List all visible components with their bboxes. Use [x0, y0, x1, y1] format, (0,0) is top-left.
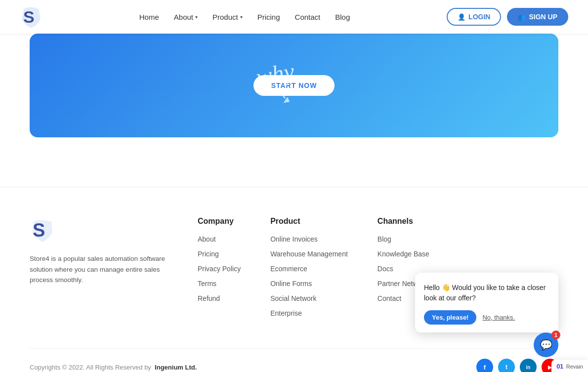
- login-icon: 👤: [458, 13, 465, 21]
- signup-button[interactable]: 👥 SIGN UP: [507, 8, 568, 26]
- chat-bubble-icon: 💬: [540, 339, 552, 351]
- hero-section: why START NOW: [30, 34, 558, 137]
- nav-product[interactable]: Product ▾: [212, 13, 243, 21]
- footer-terms-link[interactable]: Terms: [198, 280, 216, 288]
- footer-company-heading: Company: [198, 217, 241, 226]
- nav-contact[interactable]: Contact: [295, 13, 321, 21]
- footer-social: f t in ▶: [476, 359, 558, 372]
- footer-warehouse-link[interactable]: Warehouse Management: [270, 250, 348, 258]
- footer-channels-heading: Channels: [378, 217, 429, 226]
- nav-actions: 👤 LOGIN 👥 SIGN UP: [447, 8, 568, 26]
- footer-pricing-link[interactable]: Pricing: [198, 250, 219, 258]
- nav-home[interactable]: Home: [139, 13, 159, 21]
- chat-open-button[interactable]: 💬 1: [534, 332, 558, 357]
- product-caret: ▾: [240, 14, 243, 20]
- chat-actions: Yes, please! No, thanks.: [424, 310, 549, 325]
- footer-knowledge-link[interactable]: Knowledge Base: [378, 250, 429, 258]
- footer-refund-link[interactable]: Refund: [198, 294, 220, 302]
- footer-copyright: Copyrights © 2022. All Rights Reserved b…: [30, 364, 197, 371]
- chat-popup: Hello 👋 Would you like to take a closer …: [415, 273, 558, 332]
- footer-contact-link[interactable]: Contact: [378, 294, 401, 302]
- list-item: Social Network: [270, 294, 348, 303]
- navbar: S Home About ▾ Product ▾ Pricing Contact…: [0, 0, 588, 34]
- chat-message: Hello 👋 Would you like to take a closer …: [424, 283, 549, 303]
- footer-product-links: Online Invoices Warehouse Management Eco…: [270, 235, 348, 318]
- signup-icon: 👥: [518, 13, 526, 21]
- list-item: Online Forms: [270, 279, 348, 288]
- chat-yes-button[interactable]: Yes, please!: [424, 310, 476, 325]
- list-item: Terms: [198, 279, 241, 288]
- nav-pricing[interactable]: Pricing: [257, 13, 280, 21]
- chat-no-button[interactable]: No, thanks.: [482, 314, 515, 321]
- nav-blog[interactable]: Blog: [335, 13, 350, 21]
- footer-enterprise-link[interactable]: Enterprise: [270, 309, 302, 317]
- footer-social-link[interactable]: Social Network: [270, 294, 316, 302]
- list-item: Warehouse Management: [270, 249, 348, 258]
- footer-col-company: Company About Pricing Privacy Policy Ter…: [198, 217, 241, 324]
- signup-label: SIGN UP: [529, 13, 557, 21]
- list-item: Blog: [378, 235, 429, 244]
- facebook-icon[interactable]: f: [476, 359, 493, 372]
- footer-blog-link[interactable]: Blog: [378, 235, 391, 243]
- list-item: Refund: [198, 294, 241, 303]
- footer-ecommerce-link[interactable]: Ecommerce: [270, 265, 307, 273]
- spacer: [0, 137, 588, 187]
- footer-company-links: About Pricing Privacy Policy Terms Refun…: [198, 235, 241, 303]
- login-button[interactable]: 👤 LOGIN: [447, 8, 501, 26]
- list-item: Pricing: [198, 249, 241, 258]
- svg-text:S: S: [33, 220, 45, 241]
- linkedin-icon[interactable]: in: [520, 359, 537, 372]
- logo-icon: S: [20, 4, 42, 30]
- footer-product-heading: Product: [270, 217, 348, 226]
- footer-logo-icon: S: [30, 217, 55, 243]
- list-item: Enterprise: [270, 309, 348, 318]
- footer-col-product: Product Online Invoices Warehouse Manage…: [270, 217, 348, 324]
- list-item: Docs: [378, 264, 429, 273]
- nav-about[interactable]: About ▾: [174, 13, 198, 21]
- footer-bottom: Copyrights © 2022. All Rights Reserved b…: [30, 348, 558, 372]
- nav-logo: S: [20, 4, 42, 30]
- footer-description: Store4 is a popular sales automation sof…: [30, 253, 168, 286]
- footer-brand: S Store4 is a popular sales automation s…: [30, 217, 168, 286]
- list-item: Ecommerce: [270, 264, 348, 273]
- revain-label: Revain: [566, 364, 583, 370]
- footer-about-link[interactable]: About: [198, 235, 216, 243]
- list-item: Knowledge Base: [378, 249, 429, 258]
- about-caret: ▾: [195, 14, 198, 20]
- list-item: Online Invoices: [270, 235, 348, 244]
- chat-badge: 1: [551, 331, 560, 339]
- hero-arrow-text: why: [253, 50, 299, 108]
- list-item: Privacy Policy: [198, 264, 241, 273]
- login-label: LOGIN: [468, 13, 490, 21]
- footer-invoices-link[interactable]: Online Invoices: [270, 235, 318, 243]
- revain-badge[interactable]: 01 Revain: [551, 360, 588, 372]
- twitter-icon[interactable]: t: [498, 359, 515, 372]
- nav-links: Home About ▾ Product ▾ Pricing Contact B…: [139, 13, 350, 21]
- svg-marker-1: [283, 97, 290, 103]
- footer-forms-link[interactable]: Online Forms: [270, 280, 312, 288]
- revain-logo-icon: 01: [556, 363, 563, 370]
- footer-privacy-link[interactable]: Privacy Policy: [198, 265, 241, 273]
- list-item: About: [198, 235, 241, 244]
- svg-text:S: S: [23, 7, 35, 26]
- footer-docs-link[interactable]: Docs: [378, 265, 393, 273]
- footer-company-link[interactable]: Ingenium Ltd.: [155, 364, 197, 371]
